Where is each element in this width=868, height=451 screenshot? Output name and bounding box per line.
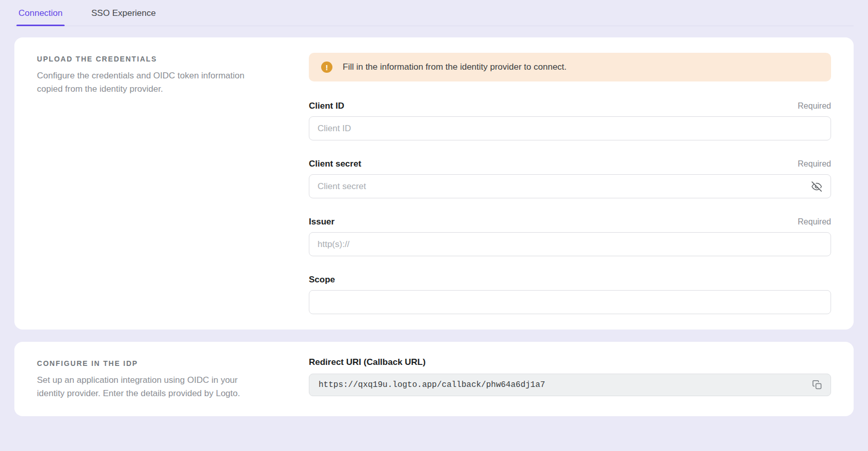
issuer-label-row: Issuer Required (309, 217, 831, 227)
toggle-secret-visibility-button[interactable] (809, 179, 824, 194)
redirect-uri-field-group: Redirect URI (Callback URL) https://qxq1… (309, 357, 831, 396)
issuer-label: Issuer (309, 217, 334, 227)
credentials-card: UPLOAD THE CREDENTIALS Configure the cre… (14, 37, 854, 330)
issuer-input[interactable] (309, 232, 831, 256)
warning-icon: ! (321, 61, 332, 73)
client-id-input[interactable] (309, 116, 831, 140)
scope-label: Scope (309, 275, 335, 285)
copy-icon (812, 380, 822, 390)
sso-connector-page: Connection SSO Experience UPLOAD THE CRE… (0, 0, 868, 416)
idp-form-column: Redirect URI (Callback URL) https://qxq1… (309, 357, 831, 396)
copy-button[interactable] (809, 377, 825, 393)
client-secret-label-row: Client secret Required (309, 159, 831, 169)
issuer-field-group: Issuer Required (309, 217, 831, 256)
credentials-section-description: Configure the credentials and OIDC token… (37, 69, 250, 96)
issuer-input-wrap (309, 232, 831, 256)
redirect-uri-value: https://qxq19u.logto.app/callback/phw64a… (319, 380, 545, 389)
client-secret-input-wrap (309, 174, 831, 198)
client-id-label: Client ID (309, 101, 344, 111)
client-secret-field-group: Client secret Required (309, 159, 831, 198)
tab-bar: Connection SSO Experience (14, 0, 854, 26)
client-secret-required-tag: Required (798, 159, 831, 169)
alert-text: Fill in the information from the identit… (343, 62, 567, 72)
credentials-form-column: ! Fill in the information from the ident… (309, 53, 831, 314)
client-id-field-group: Client ID Required (309, 101, 831, 140)
scope-label-row: Scope (309, 275, 831, 285)
redirect-uri-field[interactable]: https://qxq19u.logto.app/callback/phw64a… (309, 374, 831, 396)
idp-card: CONFIGURE IN THE IDP Set up an applicati… (14, 342, 854, 416)
scope-field-group: Scope (309, 275, 831, 314)
client-id-label-row: Client ID Required (309, 101, 831, 111)
redirect-uri-label-row: Redirect URI (Callback URL) (309, 357, 831, 367)
client-secret-input[interactable] (309, 174, 831, 198)
tab-connection[interactable]: Connection (18, 8, 63, 26)
credentials-section-heading: UPLOAD THE CREDENTIALS (37, 55, 250, 63)
issuer-required-tag: Required (798, 217, 831, 227)
scope-input-wrap (309, 290, 831, 314)
redirect-uri-label: Redirect URI (Callback URL) (309, 357, 426, 367)
alert-banner: ! Fill in the information from the ident… (309, 53, 831, 81)
tab-sso-experience[interactable]: SSO Experience (91, 8, 156, 26)
client-secret-label: Client secret (309, 159, 361, 169)
scope-input[interactable] (309, 290, 831, 314)
idp-section-heading: CONFIGURE IN THE IDP (37, 359, 250, 367)
tab-sso-experience-label: SSO Experience (91, 8, 156, 18)
tab-connection-label: Connection (18, 8, 63, 18)
credentials-card-description-column: UPLOAD THE CREDENTIALS Configure the cre… (37, 53, 250, 96)
client-id-input-wrap (309, 116, 831, 140)
idp-card-description-column: CONFIGURE IN THE IDP Set up an applicati… (37, 357, 250, 401)
client-id-required-tag: Required (798, 101, 831, 111)
eye-off-icon (811, 181, 822, 192)
idp-section-description: Set up an application integration using … (37, 374, 250, 401)
